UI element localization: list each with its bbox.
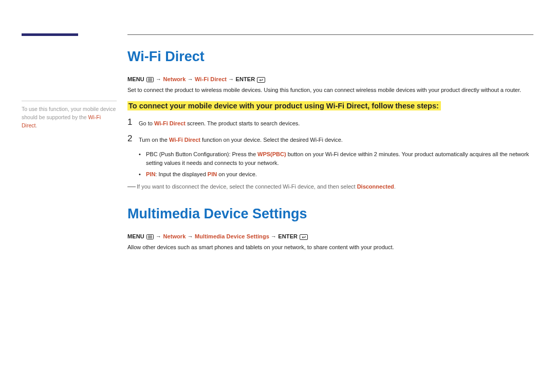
step2-post: function on your device. Select the desi…: [200, 137, 343, 143]
menu-icon: [146, 234, 154, 239]
bullet-text: PIN: Input the displayed PIN on your dev…: [146, 170, 257, 179]
step-text: Turn on the Wi-Fi Direct function on you…: [139, 134, 343, 144]
path-network: Network: [163, 76, 186, 82]
side-note-pre: To use this function, your mobile device…: [22, 106, 116, 120]
section2-body: Allow other devices such as smart phones…: [127, 243, 533, 252]
side-note: To use this function, your mobile device…: [22, 101, 117, 129]
step-text: Go to Wi-Fi Direct screen. The product s…: [139, 118, 300, 128]
b1-pre: PBC (Push Button Configuration): Press t…: [146, 151, 257, 157]
enter-icon: [300, 234, 308, 240]
b2-mid: : Input the displayed: [155, 171, 208, 177]
step1-post: screen. The product starts to search dev…: [186, 120, 300, 126]
b2-emph2: PIN: [208, 171, 217, 177]
path-enter-label: ENTER: [236, 76, 255, 82]
side-note-post: .: [35, 122, 37, 128]
path-menu-label: MENU: [127, 233, 144, 239]
section2-nav-path: MENU → Network → Multimedia Device Setti…: [127, 233, 533, 240]
section1-intro: Set to connect the product to wireless m…: [127, 86, 533, 95]
main-content: Wi-Fi Direct MENU → Network → Wi-Fi Dire…: [127, 49, 533, 258]
path-arrow: →: [227, 76, 235, 82]
bullet-1: • PBC (Push Button Configuration): Press…: [139, 150, 533, 167]
steps-list: 1 Go to Wi-Fi Direct screen. The product…: [127, 118, 533, 144]
path-arrow: →: [156, 76, 163, 82]
section2: Multimedia Device Settings MENU → Networ…: [127, 206, 533, 251]
path-mds: Multimedia Device Settings: [195, 233, 269, 239]
path-network: Network: [163, 233, 186, 239]
b2-emph1: PIN: [146, 171, 155, 177]
note-pre: If you want to disconnect the device, se…: [137, 183, 357, 190]
path-menu-label: MENU: [127, 76, 144, 82]
enter-icon: [257, 77, 265, 83]
bullet-dot: •: [139, 150, 146, 159]
b1-emph: WPS(PBC): [257, 151, 286, 157]
note-dash: ―: [127, 183, 137, 190]
bullet-list: • PBC (Push Button Configuration): Press…: [139, 150, 533, 179]
path-arrow: →: [156, 233, 163, 239]
note-text: If you want to disconnect the device, se…: [137, 183, 396, 191]
accent-bar: [22, 33, 78, 36]
step2-pre: Turn on the: [139, 137, 169, 143]
step2-emph: Wi-Fi Direct: [169, 137, 200, 143]
bullet-2: • PIN: Input the displayed PIN on your d…: [139, 170, 533, 179]
menu-icon: [146, 77, 154, 82]
bullet-dot: •: [139, 170, 146, 179]
step-number: 1: [127, 118, 139, 126]
b2-post: on your device.: [217, 171, 257, 177]
step-1: 1 Go to Wi-Fi Direct screen. The product…: [127, 118, 533, 128]
path-arrow: →: [269, 233, 278, 239]
section2-heading: Multimedia Device Settings: [127, 206, 533, 222]
section1-heading: Wi-Fi Direct: [127, 49, 533, 65]
path-arrow: →: [186, 233, 194, 239]
top-rule: [127, 34, 533, 35]
step1-pre: Go to: [139, 120, 154, 126]
bullet-text: PBC (Push Button Configuration): Press t…: [146, 150, 533, 167]
note: ― If you want to disconnect the device, …: [127, 183, 533, 191]
section1-highlight: To connect your mobile device with your …: [127, 101, 441, 110]
step-number: 2: [127, 134, 139, 143]
section1-nav-path: MENU → Network → Wi-Fi Direct → ENTER: [127, 76, 533, 83]
note-emph: Disconnected: [357, 183, 394, 190]
path-wifi-direct: Wi-Fi Direct: [195, 76, 227, 82]
path-enter-label: ENTER: [278, 233, 298, 239]
step1-emph: Wi-Fi Direct: [154, 120, 186, 126]
step-2: 2 Turn on the Wi-Fi Direct function on y…: [127, 134, 533, 144]
note-post: .: [394, 183, 396, 190]
path-arrow: →: [186, 76, 194, 82]
